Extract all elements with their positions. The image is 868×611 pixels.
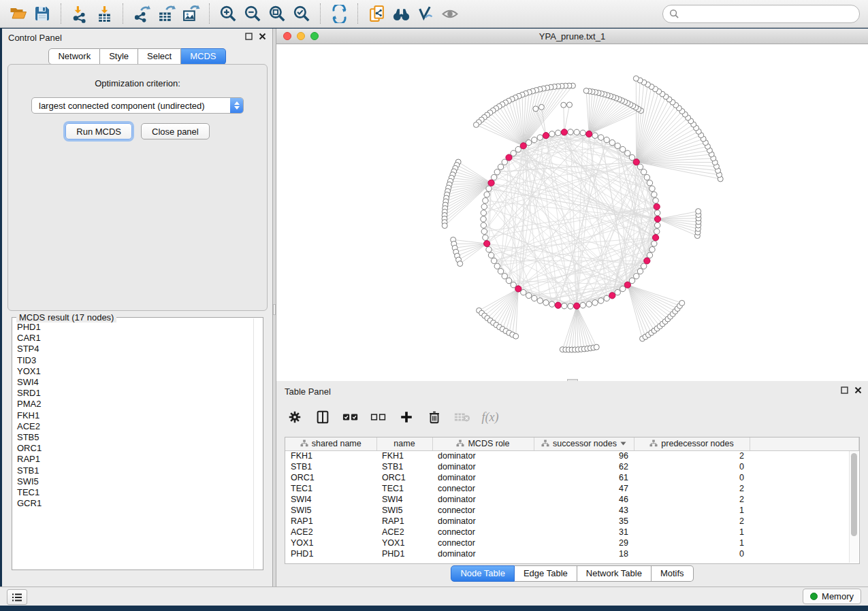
network-from-selection-button[interactable] bbox=[364, 2, 389, 25]
apply-style-button[interactable] bbox=[413, 2, 438, 25]
mcds-result-item[interactable]: PMA2 bbox=[17, 399, 253, 410]
export-network-button[interactable] bbox=[129, 2, 154, 25]
mcds-hub-node[interactable] bbox=[654, 203, 660, 210]
show-columns-button[interactable] bbox=[314, 408, 332, 426]
zoom-selected-button[interactable] bbox=[289, 2, 314, 25]
mcds-hub-node[interactable] bbox=[654, 216, 660, 222]
mcds-hub-node[interactable] bbox=[574, 303, 580, 309]
network-node[interactable] bbox=[641, 169, 646, 175]
table-scrollbar-thumb[interactable] bbox=[851, 453, 857, 536]
network-node[interactable] bbox=[549, 131, 555, 137]
network-node[interactable] bbox=[615, 289, 620, 295]
network-node[interactable] bbox=[574, 129, 579, 135]
network-node[interactable] bbox=[491, 258, 496, 263]
network-node[interactable] bbox=[537, 298, 543, 303]
network-node[interactable] bbox=[625, 150, 630, 156]
close-panel-icon[interactable] bbox=[854, 386, 862, 394]
network-node[interactable] bbox=[483, 235, 488, 240]
show-hide-button[interactable] bbox=[438, 2, 462, 25]
mcds-hub-node[interactable] bbox=[609, 293, 615, 299]
network-node[interactable] bbox=[594, 344, 599, 350]
network-node[interactable] bbox=[654, 229, 659, 234]
network-node[interactable] bbox=[506, 278, 511, 283]
mcds-result-item[interactable]: STB1 bbox=[17, 465, 253, 476]
table-row[interactable]: ACE2ACE2connector311 bbox=[285, 527, 859, 538]
mcds-result-item[interactable]: PHD1 bbox=[17, 322, 253, 333]
zoom-out-button[interactable] bbox=[240, 2, 265, 25]
network-node[interactable] bbox=[481, 229, 487, 234]
column-header-name[interactable]: name bbox=[376, 437, 432, 450]
network-node[interactable] bbox=[580, 302, 585, 308]
network-node[interactable] bbox=[649, 247, 655, 252]
network-node[interactable] bbox=[620, 146, 626, 152]
add-column-button[interactable] bbox=[398, 408, 415, 426]
network-node[interactable] bbox=[486, 247, 492, 252]
mcds-result-item[interactable]: STP4 bbox=[17, 344, 253, 354]
network-node[interactable] bbox=[592, 133, 598, 138]
refresh-layout-button[interactable] bbox=[327, 2, 351, 25]
network-node[interactable] bbox=[696, 209, 701, 214]
table-row[interactable]: RAP1RAP1dominator352 bbox=[285, 516, 859, 527]
network-node[interactable] bbox=[654, 210, 660, 216]
network-node[interactable] bbox=[568, 129, 573, 135]
network-node[interactable] bbox=[641, 263, 646, 269]
memory-button[interactable]: Memory bbox=[803, 589, 861, 604]
tab-node-table[interactable]: Node Table bbox=[451, 565, 515, 582]
network-node[interactable] bbox=[473, 122, 479, 127]
mcds-hub-node[interactable] bbox=[586, 131, 592, 137]
network-node[interactable] bbox=[653, 198, 658, 203]
network-node[interactable] bbox=[633, 76, 639, 81]
network-node[interactable] bbox=[484, 192, 489, 197]
mcds-hub-node[interactable] bbox=[484, 240, 490, 246]
table-row[interactable]: FKH1FKH1dominator962 bbox=[285, 450, 859, 461]
network-node[interactable] bbox=[442, 223, 447, 229]
splitter-grip[interactable] bbox=[273, 304, 276, 315]
mcds-hub-node[interactable] bbox=[520, 143, 526, 149]
network-node[interactable] bbox=[580, 130, 585, 135]
network-node[interactable] bbox=[457, 261, 463, 267]
mcds-result-item[interactable]: RAP1 bbox=[17, 454, 253, 465]
float-panel-icon[interactable] bbox=[841, 386, 848, 394]
network-node[interactable] bbox=[652, 192, 657, 197]
save-session-button[interactable] bbox=[30, 2, 54, 25]
network-node[interactable] bbox=[526, 139, 531, 145]
network-node[interactable] bbox=[486, 186, 492, 191]
tab-mcds[interactable]: MCDS bbox=[181, 48, 225, 65]
function-builder-button[interactable]: f(x) bbox=[481, 408, 499, 426]
table-row[interactable]: ORC1ORC1dominator610 bbox=[285, 472, 859, 483]
mcds-hub-node[interactable] bbox=[561, 129, 567, 135]
network-node[interactable] bbox=[537, 135, 543, 140]
open-file-button[interactable] bbox=[5, 2, 30, 25]
tab-network[interactable]: Network bbox=[48, 48, 100, 65]
mcds-result-item[interactable]: ACE2 bbox=[17, 421, 253, 432]
network-node[interactable] bbox=[494, 263, 500, 269]
select-all-button[interactable] bbox=[342, 408, 359, 426]
mcds-result-item[interactable]: TEC1 bbox=[17, 487, 253, 498]
network-node[interactable] bbox=[654, 222, 660, 228]
network-node[interactable] bbox=[647, 180, 652, 186]
tab-style[interactable]: Style bbox=[100, 48, 138, 65]
delete-column-button[interactable] bbox=[425, 408, 443, 426]
network-node[interactable] bbox=[513, 333, 519, 339]
mcds-result-list[interactable]: PHD1CAR1STP4TID3YOX1SWI4SRD1PMA2FKH1ACE2… bbox=[14, 319, 253, 568]
network-node[interactable] bbox=[604, 137, 609, 142]
search-input[interactable] bbox=[684, 9, 853, 19]
network-node[interactable] bbox=[539, 104, 544, 110]
mcds-hub-node[interactable] bbox=[555, 302, 561, 308]
network-node[interactable] bbox=[568, 303, 573, 309]
network-node[interactable] bbox=[488, 252, 494, 258]
network-node[interactable] bbox=[498, 269, 503, 274]
network-canvas[interactable] bbox=[276, 44, 868, 381]
network-node[interactable] bbox=[679, 300, 685, 306]
network-node[interactable] bbox=[583, 88, 589, 93]
network-node[interactable] bbox=[644, 174, 649, 180]
column-header-mcds-role[interactable]: MCDS role bbox=[432, 437, 534, 450]
column-header-shared-name[interactable]: shared name bbox=[285, 437, 376, 450]
network-node[interactable] bbox=[483, 198, 488, 203]
network-node[interactable] bbox=[609, 139, 615, 145]
mcds-result-item[interactable]: SWI5 bbox=[17, 476, 253, 487]
tab-network-table[interactable]: Network Table bbox=[577, 565, 652, 582]
network-node[interactable] bbox=[526, 293, 531, 298]
table-scrollbar[interactable] bbox=[849, 451, 858, 563]
table-options-button[interactable] bbox=[286, 408, 304, 426]
